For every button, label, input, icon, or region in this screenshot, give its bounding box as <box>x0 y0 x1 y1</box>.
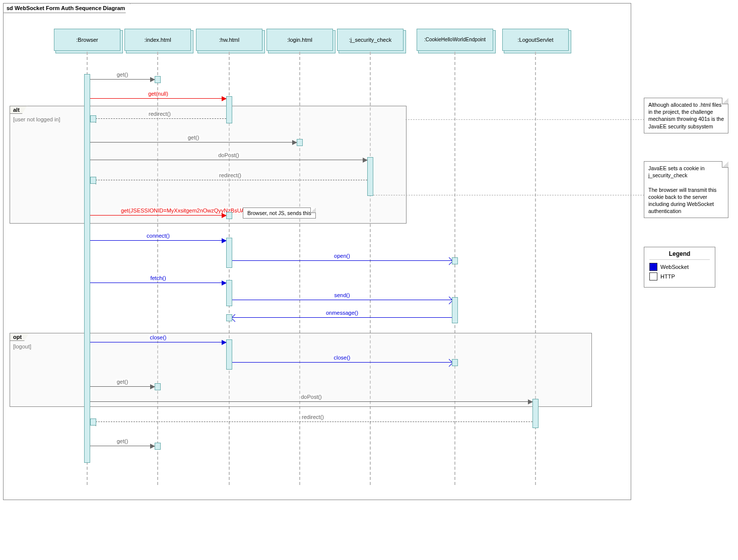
legend-http: HTTP <box>649 272 710 281</box>
act-index-2 <box>155 383 161 390</box>
msg-get-index-3: get() <box>90 446 155 446</box>
msg-get-index: get() <box>90 79 155 80</box>
msg-onmessage: onmessage() <box>232 317 452 318</box>
msg-get-jsession: get(JSESSIONID=MyXxsitgem2nOwzQyyNzBsUA) <box>90 215 226 216</box>
participant-hw: :hw.html <box>196 29 262 51</box>
act-browser-r1 <box>90 115 96 122</box>
dash-note2 <box>373 195 644 195</box>
act-hw-2 <box>226 212 232 219</box>
act-ep-1 <box>452 257 458 264</box>
act-hw-1 <box>226 96 232 123</box>
participant-cookie-ep: :CookieHelloWorldEndpoint <box>417 29 493 51</box>
note-browser-sends: Browser, not JS, sends this <box>243 207 316 219</box>
dash-note1 <box>406 119 644 120</box>
act-login-1 <box>297 139 303 146</box>
activation-browser <box>84 74 90 463</box>
msg-send: send() <box>232 300 452 300</box>
note-cookie: JavaEE sets a cookie in j_security_check… <box>644 161 728 218</box>
lifeline-cookie-ep <box>454 52 455 485</box>
act-ep-2 <box>452 297 458 323</box>
fragment-opt-guard: [logout] <box>13 343 31 349</box>
participant-logout: :LogoutServlet <box>502 29 569 51</box>
legend-title: Legend <box>649 250 710 260</box>
fragment-alt: alt [user not logged in] <box>10 106 407 224</box>
act-browser-r2 <box>90 177 96 184</box>
swatch-http <box>649 272 657 281</box>
msg-open: open() <box>232 260 452 261</box>
msg-redirect-2: redirect() <box>93 180 367 180</box>
msg-redirect-1: redirect() <box>93 118 226 119</box>
msg-get-login: get() <box>90 142 297 143</box>
fragment-opt-label: opt <box>10 333 29 341</box>
act-hw-4 <box>226 280 232 306</box>
msg-dopost-logout: doPost() <box>90 401 532 402</box>
participant-index: :index.html <box>124 29 191 51</box>
act-hw-6 <box>226 339 232 370</box>
act-index-3 <box>155 443 161 450</box>
act-hw-3 <box>226 238 232 268</box>
diagram-frame: sd WebSocket Form Auth Sequence Diagram … <box>0 0 738 560</box>
swatch-ws <box>649 263 657 271</box>
participant-jsec: :j_security_check <box>337 29 404 51</box>
participant-browser: :Browser <box>54 29 120 51</box>
fragment-alt-label: alt <box>10 106 27 114</box>
msg-get-index-2: get() <box>90 386 155 387</box>
note-challenge: Although allocated to .html files in the… <box>644 98 728 133</box>
msg-dopost-jsec: doPost() <box>90 160 367 160</box>
frame-title: sd WebSocket Form Auth Sequence Diagram <box>3 3 130 13</box>
act-ep-3 <box>452 359 458 366</box>
fragment-alt-guard: [user not logged in] <box>13 116 60 122</box>
legend-box: Legend WebSocket HTTP <box>644 247 715 288</box>
act-browser-r3 <box>90 418 96 426</box>
outer-frame: sd WebSocket Form Auth Sequence Diagram … <box>3 3 631 500</box>
msg-redirect-3: redirect() <box>93 422 532 422</box>
msg-get-null: get(null) <box>90 98 226 99</box>
act-jsec-1 <box>367 157 373 196</box>
legend-ws: WebSocket <box>649 263 710 271</box>
msg-close-1: close() <box>90 342 226 342</box>
msg-connect: connect() <box>90 240 226 241</box>
act-index-1 <box>155 76 161 83</box>
msg-fetch: fetch() <box>90 283 226 283</box>
act-hw-5 <box>226 314 232 321</box>
msg-close-2: close() <box>232 362 452 363</box>
participant-login: :login.html <box>266 29 333 51</box>
act-logout-1 <box>532 399 539 428</box>
